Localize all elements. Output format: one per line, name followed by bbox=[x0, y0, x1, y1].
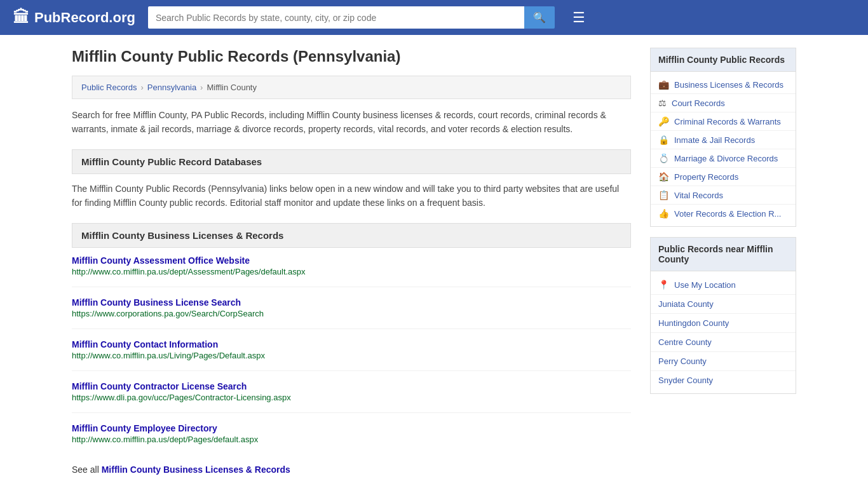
breadcrumb-pennsylvania[interactable]: Pennsylvania bbox=[147, 83, 196, 92]
search-button[interactable]: 🔍 bbox=[524, 6, 555, 29]
content-area: Mifflin County Public Records (Pennsylva… bbox=[72, 48, 631, 475]
nearby-list: 📍 Use My Location Juniata County Hunting… bbox=[651, 271, 796, 393]
see-all-label: See all bbox=[72, 464, 99, 475]
records-sidebar-box: Mifflin County Public Records 💼 Business… bbox=[650, 48, 796, 227]
header: 🏛 PubRecord.org 🔍 ☰ bbox=[0, 0, 868, 35]
record-link-url-2[interactable]: http://www.co.mifflin.pa.us/Living/Pages… bbox=[72, 351, 631, 360]
records-sidebar-header: Mifflin County Public Records bbox=[651, 48, 796, 72]
record-link-block-3: Mifflin County Contractor License Search… bbox=[72, 381, 631, 413]
sidebar-item-vital[interactable]: 📋 Vital Records bbox=[651, 186, 796, 205]
record-link-block-0: Mifflin County Assessment Office Website… bbox=[72, 255, 631, 287]
sidebar-link-voter[interactable]: Voter Records & Election R... bbox=[674, 209, 781, 219]
sidebar-link-marriage[interactable]: Marriage & Divorce Records bbox=[674, 154, 778, 163]
ring-icon: 💍 bbox=[658, 153, 669, 163]
databases-description: The Mifflin County Public Records (Penns… bbox=[72, 182, 631, 210]
databases-section-header: Mifflin County Public Record Databases bbox=[72, 149, 631, 174]
home-icon: 🏠 bbox=[658, 172, 669, 182]
nearby-item-juniata[interactable]: Juniata County bbox=[651, 295, 796, 314]
record-link-title-1[interactable]: Mifflin County Business License Search bbox=[72, 297, 241, 308]
thumbsup-icon: 👍 bbox=[658, 208, 669, 219]
sidebar-link-inmate[interactable]: Inmate & Jail Records bbox=[674, 135, 755, 145]
record-link-block-4: Mifflin County Employee Directory http:/… bbox=[72, 423, 631, 454]
record-link-url-3[interactable]: https://www.dli.pa.gov/ucc/Pages/Contrac… bbox=[72, 393, 631, 402]
nearby-sidebar-header: Public Records near Mifflin County bbox=[651, 238, 796, 271]
sidebar-item-inmate[interactable]: 🔒 Inmate & Jail Records bbox=[651, 131, 796, 149]
intro-text: Search for free Mifflin County, PA Publi… bbox=[72, 108, 631, 137]
sidebar-item-property[interactable]: 🏠 Property Records bbox=[651, 168, 796, 186]
record-link-title-3[interactable]: Mifflin County Contractor License Search bbox=[72, 381, 247, 391]
record-link-block-1: Mifflin County Business License Search h… bbox=[72, 297, 631, 329]
nearby-link-snyder[interactable]: Snyder County bbox=[658, 376, 713, 385]
key-icon: 🔑 bbox=[658, 116, 669, 126]
search-area: 🔍 bbox=[148, 6, 555, 29]
see-all-link[interactable]: Mifflin County Business Licenses & Recor… bbox=[102, 464, 290, 475]
nearby-item-perry[interactable]: Perry County bbox=[651, 352, 796, 371]
nearby-item-centre[interactable]: Centre County bbox=[651, 333, 796, 352]
nearby-location-link[interactable]: Use My Location bbox=[674, 280, 736, 290]
record-link-title-2[interactable]: Mifflin County Contact Information bbox=[72, 339, 218, 349]
logo-icon: 🏛 bbox=[13, 8, 29, 27]
record-link-title-0[interactable]: Mifflin County Assessment Office Website bbox=[72, 255, 250, 266]
clipboard-icon: 📋 bbox=[658, 190, 669, 200]
nearby-link-centre[interactable]: Centre County bbox=[658, 337, 712, 347]
sidebar-link-court[interactable]: Court Records bbox=[672, 98, 725, 108]
site-name: PubRecord.org bbox=[34, 10, 135, 26]
sidebar-item-court[interactable]: ⚖ Court Records bbox=[651, 94, 796, 112]
briefcase-icon: 💼 bbox=[658, 79, 669, 90]
see-all-text: See all Mifflin County Business Licenses… bbox=[72, 464, 631, 475]
breadcrumb-public-records[interactable]: Public Records bbox=[81, 83, 137, 92]
sidebar-item-voter[interactable]: 👍 Voter Records & Election R... bbox=[651, 205, 796, 222]
nearby-link-juniata[interactable]: Juniata County bbox=[658, 299, 714, 309]
record-link-block-2: Mifflin County Contact Information http:… bbox=[72, 339, 631, 371]
records-sidebar-list: 💼 Business Licenses & Records ⚖ Court Re… bbox=[651, 72, 796, 226]
breadcrumb-sep-1: › bbox=[140, 83, 143, 92]
record-link-url-4[interactable]: http://www.co.mifflin.pa.us/dept/Pages/d… bbox=[72, 435, 631, 444]
breadcrumb: Public Records › Pennsylvania › Mifflin … bbox=[72, 76, 631, 99]
record-link-title-4[interactable]: Mifflin County Employee Directory bbox=[72, 423, 217, 433]
breadcrumb-current: Mifflin County bbox=[207, 83, 257, 92]
sidebar-link-property[interactable]: Property Records bbox=[674, 172, 738, 182]
nearby-item-snyder[interactable]: Snyder County bbox=[651, 371, 796, 390]
search-input[interactable] bbox=[148, 6, 524, 29]
nearby-link-huntingdon[interactable]: Huntingdon County bbox=[658, 318, 729, 328]
sidebar-link-vital[interactable]: Vital Records bbox=[674, 191, 723, 200]
nearby-link-perry[interactable]: Perry County bbox=[658, 356, 707, 366]
lock-icon: 🔒 bbox=[658, 135, 669, 145]
sidebar: Mifflin County Public Records 💼 Business… bbox=[650, 48, 796, 475]
menu-button[interactable]: ☰ bbox=[573, 10, 585, 26]
business-section-header: Mifflin County Business Licenses & Recor… bbox=[72, 223, 631, 248]
page-title: Mifflin County Public Records (Pennsylva… bbox=[72, 48, 631, 65]
scales-icon: ⚖ bbox=[658, 98, 667, 108]
nearby-use-location[interactable]: 📍 Use My Location bbox=[651, 275, 796, 295]
sidebar-item-criminal[interactable]: 🔑 Criminal Records & Warrants bbox=[651, 112, 796, 131]
logo-link[interactable]: 🏛 PubRecord.org bbox=[13, 8, 135, 27]
record-link-url-1[interactable]: https://www.corporations.pa.gov/Search/C… bbox=[72, 309, 631, 318]
nearby-sidebar-box: Public Records near Mifflin County 📍 Use… bbox=[650, 237, 796, 394]
main-container: Mifflin County Public Records (Pennsylva… bbox=[53, 35, 815, 487]
sidebar-link-criminal[interactable]: Criminal Records & Warrants bbox=[674, 117, 781, 126]
sidebar-item-business[interactable]: 💼 Business Licenses & Records bbox=[651, 76, 796, 94]
breadcrumb-sep-2: › bbox=[200, 83, 203, 92]
sidebar-item-marriage[interactable]: 💍 Marriage & Divorce Records bbox=[651, 149, 796, 168]
nearby-item-huntingdon[interactable]: Huntingdon County bbox=[651, 314, 796, 333]
location-icon: 📍 bbox=[658, 280, 669, 290]
record-link-url-0[interactable]: http://www.co.mifflin.pa.us/dept/Assessm… bbox=[72, 267, 631, 276]
sidebar-link-business[interactable]: Business Licenses & Records bbox=[674, 80, 783, 90]
